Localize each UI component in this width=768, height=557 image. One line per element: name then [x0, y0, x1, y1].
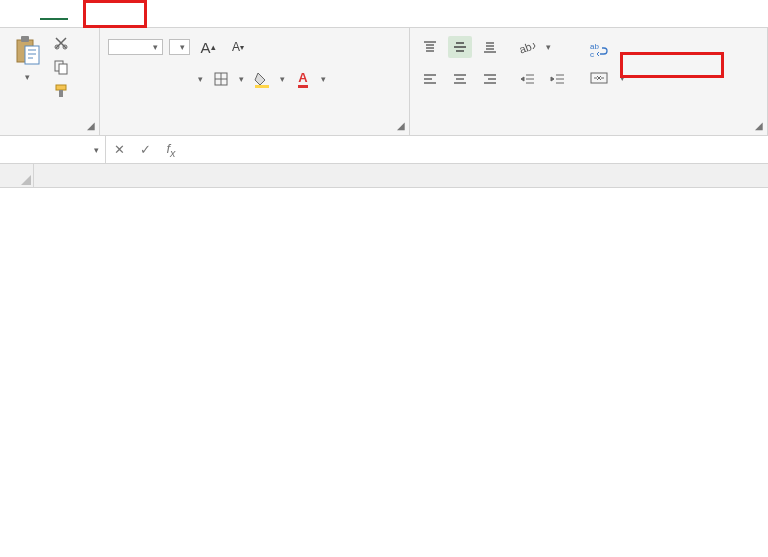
chevron-down-icon[interactable]: ▾ — [198, 74, 203, 84]
font-name-dropdown[interactable]: ▾ — [108, 39, 163, 55]
font-group-label — [108, 129, 401, 135]
menu-view[interactable] — [208, 9, 236, 19]
align-top-button[interactable] — [418, 36, 442, 58]
chevron-down-icon[interactable]: ▾ — [280, 74, 285, 84]
ribbon-group-clipboard: ▾ ◢ — [0, 28, 100, 135]
chevron-down-icon: ▾ — [620, 73, 625, 83]
ribbon: ▾ ◢ ▾ ▾ A▴ A▾ ▾ ▾ — [0, 28, 768, 136]
bold-button[interactable] — [108, 68, 132, 90]
menu-formulas[interactable] — [124, 9, 152, 19]
svg-rect-8 — [59, 90, 63, 97]
decrease-indent-button[interactable] — [516, 68, 540, 90]
menu-insert[interactable] — [68, 9, 96, 19]
underline-button[interactable] — [168, 68, 192, 90]
chevron-down-icon: ▾ — [25, 72, 30, 82]
paste-icon — [12, 34, 42, 68]
font-color-button[interactable]: A — [291, 68, 315, 90]
orientation-button[interactable]: ab — [516, 36, 540, 58]
menu-review[interactable] — [180, 9, 208, 19]
name-box[interactable]: ▾ — [0, 136, 106, 163]
wrap-text-button[interactable]: abc — [584, 40, 631, 60]
wrap-text-icon: abc — [590, 42, 608, 58]
svg-rect-6 — [59, 64, 67, 74]
increase-indent-button[interactable] — [546, 68, 570, 90]
ribbon-group-font: ▾ ▾ A▴ A▾ ▾ ▾ ▾ A ▾ ◢ — [100, 28, 410, 135]
align-bottom-button[interactable] — [478, 36, 502, 58]
svg-rect-7 — [56, 85, 66, 90]
fill-color-button[interactable] — [250, 68, 274, 90]
clipboard-group-label — [8, 129, 91, 135]
svg-text:ab: ab — [519, 40, 533, 55]
merge-center-button[interactable]: ▾ — [584, 68, 631, 88]
cut-button[interactable] — [52, 34, 70, 52]
formula-input[interactable] — [184, 136, 768, 163]
increase-font-button[interactable]: A▴ — [196, 36, 220, 58]
format-painter-button[interactable] — [52, 82, 70, 100]
menu-home[interactable] — [40, 8, 68, 20]
align-right-button[interactable] — [478, 68, 502, 90]
enter-formula-button[interactable]: ✓ — [132, 142, 158, 157]
align-left-button[interactable] — [418, 68, 442, 90]
merge-center-icon — [590, 70, 608, 86]
decrease-font-button[interactable]: A▾ — [226, 36, 250, 58]
svg-text:c: c — [590, 50, 594, 58]
ribbon-group-alignment: ab ▾ abc ▾ ◢ — [410, 28, 768, 135]
borders-button[interactable] — [209, 68, 233, 90]
chevron-down-icon[interactable]: ▾ — [546, 42, 551, 52]
select-all-button[interactable] — [0, 164, 34, 187]
menu-data[interactable] — [152, 9, 180, 19]
menu-page-layout[interactable] — [96, 9, 124, 19]
svg-rect-2 — [25, 46, 39, 64]
alignment-dialog-launcher[interactable]: ◢ — [755, 120, 763, 131]
chevron-down-icon: ▾ — [94, 145, 99, 155]
menu-file[interactable] — [12, 9, 40, 19]
italic-button[interactable] — [138, 68, 162, 90]
formula-bar: ▾ ✕ ✓ fx — [0, 136, 768, 164]
chevron-down-icon: ▾ — [180, 42, 185, 52]
font-size-dropdown[interactable]: ▾ — [169, 39, 190, 55]
column-headers — [0, 164, 768, 188]
svg-rect-10 — [255, 85, 269, 88]
align-center-button[interactable] — [448, 68, 472, 90]
font-dialog-launcher[interactable]: ◢ — [397, 120, 405, 131]
svg-rect-1 — [21, 36, 29, 42]
insert-function-button[interactable]: fx — [158, 141, 184, 159]
menu-bar — [0, 0, 768, 28]
chevron-down-icon[interactable]: ▾ — [239, 74, 244, 84]
alignment-group-label — [418, 129, 759, 135]
align-middle-button[interactable] — [448, 36, 472, 58]
copy-button[interactable] — [52, 58, 70, 76]
menu-help[interactable] — [236, 9, 264, 19]
chevron-down-icon[interactable]: ▾ — [321, 74, 326, 84]
cancel-formula-button[interactable]: ✕ — [106, 142, 132, 157]
chevron-down-icon: ▾ — [153, 42, 158, 52]
clipboard-dialog-launcher[interactable]: ◢ — [87, 120, 95, 131]
paste-button[interactable]: ▾ — [8, 32, 46, 84]
